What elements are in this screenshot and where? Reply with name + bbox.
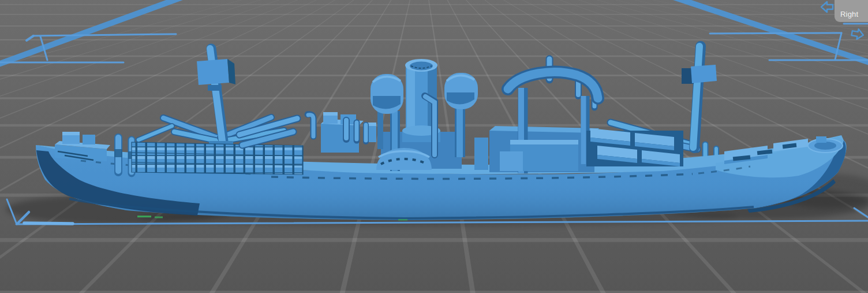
3d-viewport[interactable]: Right [0, 0, 868, 293]
viewcube-face-label: Right [840, 10, 858, 18]
scene-canvas [0, 0, 868, 293]
forward-hold-crates [132, 142, 303, 175]
rotate-left-arrow-icon[interactable] [821, 2, 833, 12]
viewcube-face-right[interactable]: Right [835, 0, 868, 22]
ship-model[interactable] [36, 46, 847, 221]
aft-hold-hatches [586, 128, 683, 166]
rotate-right-arrow-icon[interactable] [851, 28, 865, 40]
